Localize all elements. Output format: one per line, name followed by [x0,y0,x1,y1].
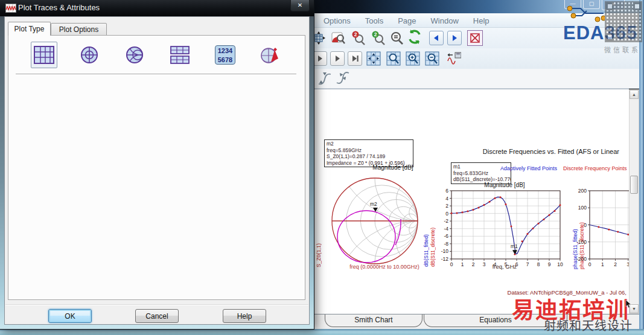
marker-m2-annotation[interactable]: m2 freq=5.859GHz S_Z0(1,1)=0.287 / 74.18… [324,139,413,167]
wechat-contact-label: 微信联系 [604,45,640,54]
svg-text:2: 2 [445,203,448,209]
dialog-close-button[interactable]: ✕ [290,0,310,11]
svg-text:0: 0 [584,222,587,228]
m2-line3: S_Z0(1,1)=0.287 / 74.189 [327,153,411,160]
dialog-title: Plot Traces & Attributes [18,3,100,12]
plot-traces-dialog: Plot Traces & Attributes ✕ Plot Type Plo… [0,0,314,329]
tab-plot-type[interactable]: Plot Type [8,22,51,36]
page-title: Discrete Frequencies vs. Fitted (AFS or … [435,148,619,155]
list-icon-line1: 1234 [215,46,235,56]
forward-button[interactable] [447,31,462,45]
svg-text:100: 100 [578,205,587,211]
menu-item[interactable]: Window [424,15,466,27]
stacked-plot-icon[interactable] [167,42,193,68]
magnitude-ylabel-fitted: dB(S11_fitted) [423,199,429,267]
list-icon-line2: 5678 [215,56,235,65]
smith-chart: m2 [319,174,435,266]
pan-grid-icon[interactable] [366,51,381,66]
zoom-out-grid-icon[interactable] [425,51,439,66]
menu-item[interactable]: Options [316,15,358,27]
antenna-plot-icon[interactable] [257,42,284,68]
menu-item[interactable]: Help [466,15,497,27]
play-to-end-button[interactable] [348,51,362,66]
svg-text:-8: -8 [444,241,448,247]
scrollbar-thumb[interactable] [630,176,638,194]
play-button[interactable] [313,51,327,66]
svg-text:10: 10 [557,261,563,267]
svg-text:2: 2 [374,31,377,37]
marker-delta-icon[interactable] [336,71,350,86]
legend-discrete: Discrete Frequency Points [563,165,627,171]
mouse-cursor [625,300,633,308]
circuit-trace-graphic [566,2,605,24]
refresh-icon[interactable] [407,30,421,44]
legend-fitted: Adaptively Fitted Points [500,165,557,171]
svg-text:m2: m2 [370,201,377,207]
svg-text:-2: -2 [444,218,448,224]
svg-text:200: 200 [578,188,587,194]
svg-text:1: 1 [601,261,604,267]
footer-separator [5,304,308,305]
svg-text:0: 0 [450,261,453,267]
zoom-fit-icon[interactable] [389,31,404,45]
svg-text:-200: -200 [576,256,587,262]
screen: — ▢ ✕ OptionsToolsPageWindowHelp 2 2 [0,0,644,335]
smith-top-label: Magnitude [dB] [345,164,441,171]
zoom-grid-icon[interactable] [386,51,401,66]
plot-capture-icon[interactable] [447,51,461,66]
svg-text:-12: -12 [441,256,449,262]
marker-add-icon[interactable] [317,71,332,86]
menu-item[interactable]: Page [391,15,423,27]
svg-text:6: 6 [445,188,448,194]
ok-button[interactable]: OK [48,309,92,323]
panel-separator [16,74,296,74]
close-plot-button[interactable] [467,30,483,46]
qr-code [605,1,642,42]
m2-line1: m2 [327,141,411,147]
plot-canvas: Discrete Frequencies vs. Fitted (AFS or … [314,89,629,314]
watermark-line2: 射频和天线设计专家 [544,316,644,335]
dialog-icon [5,4,16,13]
menu-item[interactable]: Tools [358,15,391,27]
svg-text:-10: -10 [441,248,449,254]
svg-text:0: 0 [588,261,591,267]
zoom-area-icon[interactable] [331,31,345,45]
tab-smith-chart[interactable]: Smith Chart [325,314,422,327]
magnitude-xlabel: freq, GHz [459,263,550,270]
rectangular-plot-icon[interactable] [31,42,57,68]
help-button[interactable]: Help [223,309,266,323]
menu-items: OptionsToolsPageWindowHelp [316,15,497,27]
svg-text:-100: -100 [576,239,587,245]
scrollbar-up-button[interactable]: ▲ [630,90,639,99]
tab-plot-options[interactable]: Plot Options [51,23,107,36]
svg-text:-4: -4 [444,226,448,232]
svg-text:2: 2 [354,31,357,37]
svg-text:-6: -6 [444,233,448,239]
vertical-scrollbar[interactable]: ▲ ▼ [629,89,639,314]
cancel-button[interactable]: Cancel [135,309,179,323]
zoom-in-grid-icon[interactable] [406,51,420,66]
back-button[interactable] [429,31,444,45]
smith-chart-plot-icon[interactable] [121,42,148,68]
list-plot-icon[interactable]: 1234 5678 [212,42,238,68]
zoom-in-2x-icon[interactable]: 2 [351,31,366,45]
m2-line2: freq=5.859GHz [327,147,411,154]
svg-text:m1: m1 [511,243,518,249]
magnitude-ylabel-discrete: dB(S11_discrete) [430,199,436,267]
plot-type-panel: 1234 5678 [8,35,305,300]
play-button-2[interactable] [330,51,345,66]
svg-text:2: 2 [614,261,617,267]
zoom-out-2x-icon[interactable]: 2 [371,31,386,45]
polar-plot-icon[interactable] [76,42,103,68]
svg-text:0: 0 [445,211,448,217]
magnitude-plot: 0123456789106420-2-4-6-8-10-12m1 [437,181,573,270]
svg-text:4: 4 [445,196,448,202]
